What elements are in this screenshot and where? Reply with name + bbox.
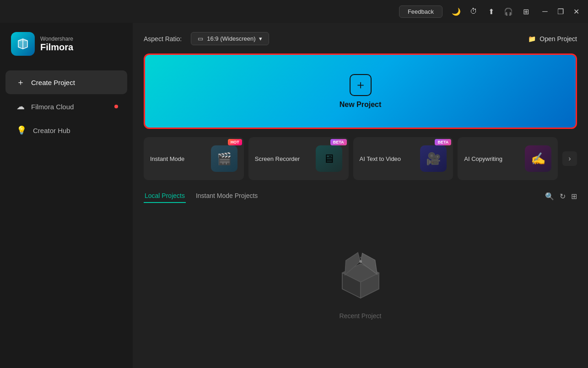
card-label-ai-copywriting: AI Copywriting — [464, 155, 520, 162]
feature-cards: HOT Instant Mode 🎬 BETA Screen Recorder … — [144, 137, 558, 180]
close-button[interactable]: ✕ — [569, 4, 583, 19]
maximize-button[interactable]: ❐ — [553, 4, 568, 19]
card-icon-ai-copywriting: ✍ — [525, 145, 551, 172]
titlebar: Feedback 🌙 ⏱ ⬆ 🎧 ⊞ ─ ❐ ✕ — [0, 0, 588, 23]
empty-box-illustration — [333, 250, 388, 305]
card-icon-screen-recorder: 🖥 — [316, 145, 342, 172]
new-project-plus-icon: ＋ — [350, 74, 372, 96]
upload-icon[interactable]: ⬆ — [484, 4, 498, 19]
main-layout: Wondershare Filmora ＋ Create Project ☁ F… — [0, 23, 588, 368]
feature-cards-row: HOT Instant Mode 🎬 BETA Screen Recorder … — [144, 137, 577, 180]
logo-text: Wondershare Filmora — [40, 36, 73, 53]
chevron-down-icon: ▾ — [259, 35, 262, 42]
tab-instant[interactable]: Instant Mode Projects — [195, 189, 259, 203]
nav-label-creator-hub: Creator Hub — [33, 127, 70, 134]
window-controls: ─ ❐ ✕ — [538, 4, 583, 19]
feedback-button[interactable]: Feedback — [399, 5, 442, 18]
nav-label-create-project: Create Project — [31, 79, 75, 86]
content-area: Aspect Ratio: ▭ 16:9 (Widescreen) ▾ 📁 Op… — [133, 23, 588, 368]
grid-view-icon[interactable]: ⊞ — [571, 192, 577, 201]
nav-icon-creator-hub: 💡 — [16, 125, 27, 135]
tabs-row: Local ProjectsInstant Mode Projects 🔍 ↻ … — [144, 189, 577, 203]
support-icon[interactable]: 🎧 — [501, 4, 516, 19]
company-name: Wondershare — [40, 36, 73, 42]
card-icon-ai-text-to-video: 🎥 — [420, 145, 447, 172]
feature-card-instant-mode[interactable]: HOT Instant Mode 🎬 — [144, 137, 244, 180]
open-project-button[interactable]: 📁 Open Project — [528, 35, 577, 43]
new-project-banner[interactable]: ＋ New Project — [144, 53, 577, 129]
aspect-ratio-select[interactable]: ▭ 16:9 (Widescreen) ▾ — [191, 32, 269, 45]
svg-point-6 — [359, 260, 362, 263]
minimize-button[interactable]: ─ — [538, 4, 552, 19]
product-name: Filmora — [40, 42, 73, 53]
refresh-icon[interactable]: ↻ — [560, 192, 566, 201]
empty-state-label: Recent Project — [340, 312, 382, 320]
tabs-actions: 🔍 ↻ ⊞ — [545, 192, 577, 201]
badge-ai-text-to-video: BETA — [435, 139, 451, 145]
feature-card-screen-recorder[interactable]: BETA Screen Recorder 🖥 — [248, 137, 349, 180]
aspect-ratio-monitor-icon: ▭ — [198, 35, 203, 42]
folder-icon: 📁 — [528, 35, 536, 43]
empty-state: Recent Project — [144, 210, 577, 359]
nav-icon-create-project: ＋ — [16, 77, 25, 88]
badge-instant-mode: HOT — [228, 139, 242, 145]
logo-icon — [11, 32, 35, 56]
nav-items: ＋ Create Project ☁ Filmora Cloud 💡 Creat… — [0, 69, 133, 143]
apps-icon[interactable]: ⊞ — [518, 4, 533, 19]
titlebar-actions: Feedback 🌙 ⏱ ⬆ 🎧 ⊞ ─ ❐ ✕ — [399, 4, 583, 19]
sidebar-item-filmora-cloud[interactable]: ☁ Filmora Cloud — [5, 95, 127, 118]
feature-card-ai-copywriting[interactable]: AI Copywriting ✍ — [458, 137, 558, 180]
notification-dot — [114, 105, 118, 108]
theme-icon[interactable]: 🌙 — [449, 4, 464, 19]
badge-screen-recorder: BETA — [330, 139, 347, 145]
sidebar-item-create-project[interactable]: ＋ Create Project — [5, 70, 127, 94]
card-label-ai-text-to-video: AI Text to Video — [360, 155, 416, 162]
aspect-ratio-row: Aspect Ratio: ▭ 16:9 (Widescreen) ▾ 📁 Op… — [144, 32, 577, 45]
project-tabs: Local ProjectsInstant Mode Projects — [144, 189, 268, 203]
open-project-label: Open Project — [539, 35, 577, 43]
new-project-inner: ＋ New Project — [340, 74, 382, 109]
next-arrow-button[interactable]: › — [562, 151, 577, 166]
timer-icon[interactable]: ⏱ — [466, 4, 481, 19]
logo-area: Wondershare Filmora — [0, 32, 133, 69]
aspect-ratio-label: Aspect Ratio: — [144, 35, 182, 43]
nav-icon-filmora-cloud: ☁ — [16, 101, 25, 112]
nav-label-filmora-cloud: Filmora Cloud — [31, 103, 74, 111]
aspect-ratio-value: 16:9 (Widescreen) — [207, 35, 255, 42]
tab-local[interactable]: Local Projects — [144, 189, 186, 203]
sidebar-item-creator-hub[interactable]: 💡 Creator Hub — [5, 119, 127, 142]
sidebar: Wondershare Filmora ＋ Create Project ☁ F… — [0, 23, 133, 368]
card-icon-instant-mode: 🎬 — [211, 145, 237, 172]
card-label-screen-recorder: Screen Recorder — [255, 155, 311, 162]
card-label-instant-mode: Instant Mode — [150, 155, 206, 162]
feature-card-ai-text-to-video[interactable]: BETA AI Text to Video 🎥 — [353, 137, 453, 180]
new-project-label: New Project — [340, 101, 382, 109]
search-icon[interactable]: 🔍 — [545, 192, 554, 201]
